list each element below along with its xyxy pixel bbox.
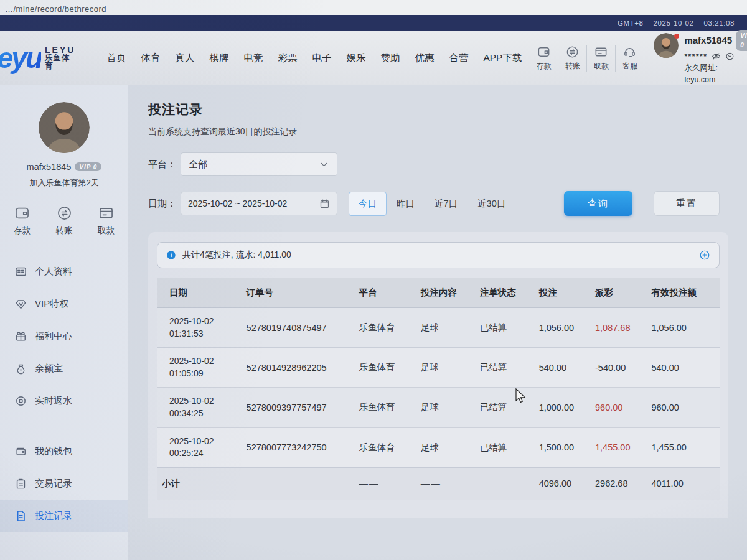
sidebar: mafx51845 VIP 0 加入乐鱼体育第2天 存款 转账 取款 [0, 85, 128, 560]
search-button[interactable]: 查询 [564, 191, 632, 216]
range-yesterday-button[interactable]: 昨日 [387, 192, 425, 216]
sidebar-withdraw-button[interactable]: 取款 [98, 205, 115, 236]
table-row: 2025-10-0201:31:53 5278019740875497 乐鱼体育… [157, 308, 720, 348]
range-7days-button[interactable]: 近7日 [425, 192, 467, 216]
chevron-down-icon [319, 159, 329, 170]
sidebar-menu: 个人资料 VIP特权 福利中心 余额宝 实时返水 [0, 255, 128, 532]
withdraw-button[interactable]: 取款 [586, 45, 615, 72]
sidebar-transfer-button[interactable]: 转账 [56, 205, 73, 236]
sidebar-item-wallet[interactable]: 我的钱包 [0, 435, 128, 467]
avatar[interactable] [654, 33, 679, 58]
withdraw-icon [98, 205, 115, 222]
user-account-area: mafx51845 VIP 0 ****** 永久网址: leyu.com [654, 30, 747, 86]
nav-item-entertainment[interactable]: 娱乐 [339, 45, 373, 71]
sidebar-item-vip[interactable]: VIP特权 [0, 287, 128, 320]
username: mafx51845 [684, 34, 732, 48]
sidebar-item-yuebao[interactable]: 余额宝 [0, 352, 128, 385]
sidebar-quick-actions: 存款 转账 取款 [0, 205, 128, 236]
deposit-icon [14, 205, 31, 222]
sidebar-deposit-button[interactable]: 存款 [14, 205, 31, 236]
transfer-icon [565, 45, 580, 59]
nav-item-sports[interactable]: 体育 [133, 45, 167, 71]
bet-records-table: 日期 订单号 平台 投注内容 注单状态 投注 派彩 有效投注额 2025-10- [157, 278, 720, 500]
info-icon [166, 250, 176, 260]
chevron-down-circle-icon[interactable] [725, 52, 735, 61]
logo-wordmark: leyu [0, 41, 41, 75]
join-days-text: 加入乐鱼体育第2天 [0, 177, 128, 189]
reset-button[interactable]: 重置 [654, 191, 720, 216]
sidebar-username: mafx51845 [27, 162, 72, 172]
browser-url-bar: …/mine/record/bethrecord [0, 0, 747, 15]
money-bag-icon [15, 363, 27, 375]
nav-item-promo[interactable]: 优惠 [407, 45, 441, 71]
range-today-button[interactable]: 今日 [349, 192, 387, 216]
range-30days-button[interactable]: 近30日 [467, 192, 515, 216]
logo[interactable]: leyu LEYU 乐鱼体育 [0, 41, 75, 75]
bet-record-icon [15, 510, 27, 522]
eye-slash-icon[interactable] [712, 52, 721, 61]
wallet-icon [15, 446, 27, 457]
customer-service-icon [622, 45, 637, 59]
deposit-icon [537, 45, 551, 59]
subtotal-row: 小计 —— —— 4096.00 2962.68 4011.00 [157, 467, 720, 500]
nav-item-esports[interactable]: 电竞 [236, 45, 270, 71]
deposit-button[interactable]: 存款 [529, 45, 558, 72]
platform-selected-value: 全部 [189, 159, 207, 170]
table-row: 2025-10-0200:25:24 5278007773242750 乐鱼体育… [157, 427, 720, 467]
withdraw-icon [594, 45, 608, 59]
vip-badge: VIP 0 [736, 30, 747, 51]
menu-divider [11, 426, 117, 426]
nav-item-sponsor[interactable]: 赞助 [373, 45, 407, 71]
date-range-input[interactable]: 2025-10-02 ~ 2025-10-02 [181, 192, 337, 215]
date-to: 2025-10-02 [243, 198, 288, 208]
customer-service-button[interactable]: 客服 [615, 45, 644, 72]
sidebar-avatar-image [39, 102, 90, 153]
nav-item-slots[interactable]: 电子 [304, 45, 339, 71]
site-header: leyu LEYU 乐鱼体育 首页 体育 真人 棋牌 电竞 彩票 电子 娱乐 赞… [0, 31, 747, 85]
date-separator: ~ [235, 198, 240, 208]
page-title: 投注记录 [148, 101, 728, 118]
results-panel: 共计4笔投注, 流水: 4,011.00 日期 订单号 平台 投注内容 [148, 232, 728, 518]
sidebar-item-bet-records[interactable]: 投注记录 [0, 500, 128, 532]
logo-subtext: LEYU 乐鱼体育 [45, 45, 75, 71]
sidebar-item-profile[interactable]: 个人资料 [0, 255, 128, 287]
platform-select[interactable]: 全部 [181, 152, 337, 176]
table-header-row: 日期 订单号 平台 投注内容 注单状态 投注 派彩 有效投注额 [157, 278, 720, 308]
header-quick-actions: 存款 转账 取款 客服 [529, 45, 644, 72]
notification-dot [674, 34, 679, 39]
sidebar-item-transactions[interactable]: 交易记录 [0, 467, 128, 500]
status-time: 03:21:08 [703, 19, 735, 27]
col-payout: 派彩 [590, 278, 646, 308]
date-from: 2025-10-02 [188, 198, 233, 208]
nav-item-app-download[interactable]: APP下载 [476, 45, 529, 71]
col-status: 注单状态 [475, 278, 534, 308]
table-row: 2025-10-0201:05:09 5278014928962205 乐鱼体育… [157, 348, 720, 388]
nav-item-affiliate[interactable]: 合营 [441, 45, 476, 71]
transfer-icon [56, 205, 73, 222]
col-content: 投注内容 [416, 278, 475, 308]
sidebar-item-welfare[interactable]: 福利中心 [0, 320, 128, 352]
main-nav: 首页 体育 真人 棋牌 电竞 彩票 电子 娱乐 赞助 优惠 合营 APP下载 [99, 45, 529, 71]
nav-item-home[interactable]: 首页 [99, 45, 133, 71]
summary-text: 共计4笔投注, 流水: 4,011.00 [182, 250, 291, 261]
profile-icon [15, 266, 27, 278]
platform-label: 平台： [148, 159, 181, 170]
nav-item-cards[interactable]: 棋牌 [202, 45, 236, 71]
platform-filter-row: 平台： 全部 [148, 152, 728, 176]
status-bar: GMT+8 2025-10-02 03:21:08 [0, 15, 747, 31]
calendar-icon [319, 198, 330, 209]
main-content: 投注记录 当前系统支持查询最近30日的投注记录 平台： 全部 日期： 2025-… [128, 85, 747, 560]
url-text: …/mine/record/bethrecord [5, 4, 106, 14]
page-subtitle: 当前系统支持查询最近30日的投注记录 [148, 126, 728, 138]
col-date: 日期 [157, 278, 242, 308]
nav-item-lottery[interactable]: 彩票 [270, 45, 304, 71]
masked-balance: ****** [684, 51, 707, 62]
transfer-button[interactable]: 转账 [558, 45, 586, 72]
sidebar-avatar[interactable] [39, 102, 90, 153]
sidebar-item-rebate[interactable]: 实时返水 [0, 385, 128, 417]
gift-icon [15, 330, 27, 342]
summary-banner: 共计4笔投注, 流水: 4,011.00 [157, 242, 720, 268]
nav-item-live[interactable]: 真人 [167, 45, 202, 71]
expand-plus-icon[interactable] [699, 250, 710, 261]
table-row: 2025-10-0200:34:25 5278009397757497 乐鱼体育… [157, 388, 720, 427]
